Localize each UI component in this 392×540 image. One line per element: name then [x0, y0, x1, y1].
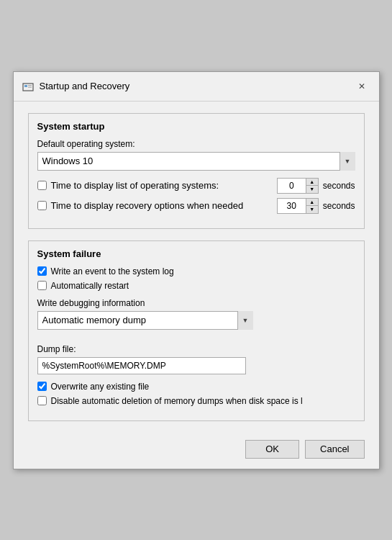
- svg-rect-1: [24, 85, 27, 87]
- debug-type-dropdown-container: Automatic memory dump ▼: [37, 311, 253, 330]
- time-display-recovery-checkbox[interactable]: [37, 201, 47, 210]
- dump-file-label: Dump file:: [37, 344, 355, 354]
- debug-type-dropdown[interactable]: Automatic memory dump: [37, 311, 253, 330]
- time-display-list-up[interactable]: ▲: [306, 179, 318, 186]
- time-display-list-input[interactable]: 0: [277, 178, 306, 194]
- system-startup-section: System startup Default operating system:…: [28, 113, 365, 229]
- ok-button[interactable]: OK: [245, 440, 299, 459]
- time-display-recovery-down[interactable]: ▼: [306, 205, 318, 212]
- default-os-dropdown[interactable]: Windows 10: [37, 152, 355, 171]
- time-display-recovery-label[interactable]: Time to display recovery options when ne…: [37, 200, 273, 211]
- time-display-list-label[interactable]: Time to display list of operating system…: [37, 180, 273, 191]
- title-bar: Startup and Recovery ✕: [14, 72, 379, 102]
- write-debugging-container: Write debugging information Automatic me…: [37, 298, 355, 337]
- time-display-list-spinner-buttons: ▲ ▼: [306, 178, 319, 194]
- overwrite-row: Overwrite any existing file: [37, 382, 355, 392]
- dialog-title: Startup and Recovery: [40, 81, 130, 91]
- write-event-checkbox[interactable]: [37, 266, 47, 276]
- default-os-dropdown-container: Windows 10 ▼: [37, 152, 355, 171]
- dump-file-input[interactable]: [37, 357, 246, 374]
- system-failure-section: System failure Write an event to the sys…: [28, 240, 365, 421]
- time-display-list-text: Time to display list of operating system…: [51, 180, 219, 191]
- system-startup-title: System startup: [37, 121, 355, 132]
- time-display-recovery-spinner: 30 ▲ ▼: [277, 198, 319, 214]
- window-icon: [22, 81, 34, 92]
- time-display-recovery-seconds: seconds: [323, 201, 355, 211]
- disable-auto-delete-label[interactable]: Disable automatic deletion of memory dum…: [51, 396, 303, 406]
- close-button[interactable]: ✕: [353, 78, 370, 95]
- time-display-recovery-row: Time to display recovery options when ne…: [37, 198, 355, 214]
- dialog-body: System startup Default operating system:…: [14, 102, 379, 433]
- dialog-footer: OK Cancel: [14, 433, 379, 469]
- title-bar-left: Startup and Recovery: [22, 81, 130, 92]
- svg-rect-2: [28, 85, 32, 86]
- time-display-recovery-text: Time to display recovery options when ne…: [51, 200, 244, 211]
- cancel-button[interactable]: Cancel: [305, 440, 364, 459]
- time-display-recovery-input[interactable]: 30: [277, 198, 306, 214]
- write-event-label[interactable]: Write an event to the system log: [51, 266, 174, 276]
- write-debugging-label: Write debugging information: [37, 298, 355, 308]
- time-display-recovery-up[interactable]: ▲: [306, 199, 318, 206]
- time-display-list-spinner: 0 ▲ ▼: [277, 178, 319, 194]
- write-event-row: Write an event to the system log: [37, 266, 355, 276]
- default-os-label: Default operating system:: [37, 139, 355, 149]
- dump-file-container: Dump file:: [37, 344, 355, 374]
- overwrite-label[interactable]: Overwrite any existing file: [51, 382, 150, 392]
- disable-auto-delete-checkbox[interactable]: [37, 396, 47, 405]
- time-display-list-seconds: seconds: [323, 181, 355, 191]
- time-display-list-down[interactable]: ▼: [306, 185, 318, 192]
- disable-auto-delete-row: Disable automatic deletion of memory dum…: [37, 396, 355, 406]
- auto-restart-row: Automatically restart: [37, 281, 355, 291]
- overwrite-checkbox[interactable]: [37, 382, 47, 391]
- time-display-recovery-spinner-buttons: ▲ ▼: [306, 198, 319, 214]
- time-display-list-row: Time to display list of operating system…: [37, 178, 355, 194]
- svg-rect-3: [28, 86, 32, 87]
- system-failure-title: System failure: [37, 248, 355, 259]
- auto-restart-checkbox[interactable]: [37, 281, 47, 290]
- time-display-list-checkbox[interactable]: [37, 181, 47, 190]
- auto-restart-label[interactable]: Automatically restart: [51, 281, 129, 291]
- startup-recovery-dialog: Startup and Recovery ✕ System startup De…: [13, 71, 380, 469]
